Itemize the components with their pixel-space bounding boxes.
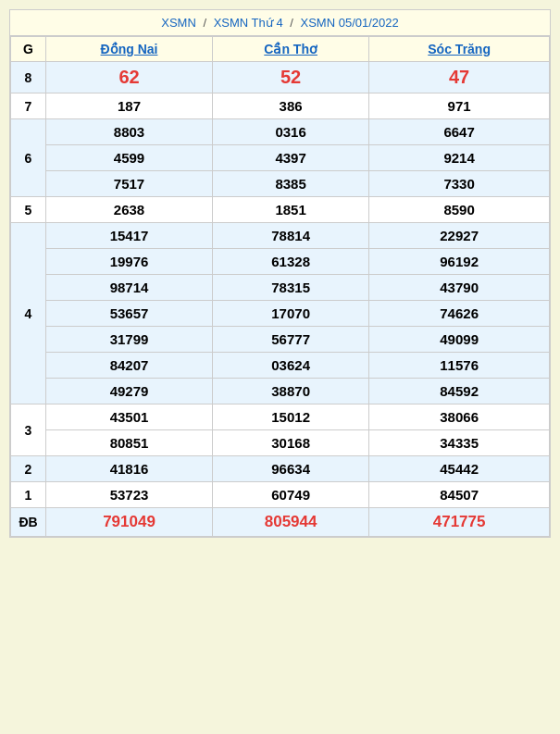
- prize-value: 8803: [46, 119, 213, 145]
- table-row: 199766132896192: [11, 249, 550, 275]
- prize-value: 9214: [369, 145, 550, 171]
- prize-value: 6647: [369, 119, 550, 145]
- prize-value: 78315: [213, 275, 369, 301]
- prize-value: 43501: [46, 404, 213, 430]
- prize-value: 31799: [46, 327, 213, 353]
- prize-value: 1851: [213, 197, 369, 223]
- prize-value: 52: [213, 62, 369, 93]
- prize-value: 805944: [213, 508, 369, 537]
- prize-label: 7: [11, 93, 46, 119]
- prize-value: 30168: [213, 430, 369, 456]
- table-row: 4154177881422927: [11, 223, 550, 249]
- prize-value: 4397: [213, 145, 369, 171]
- prize-value: 22927: [369, 223, 550, 249]
- prize-value: 84592: [369, 379, 550, 404]
- prize-label: 2: [11, 456, 46, 482]
- prize-value: 187: [46, 93, 213, 119]
- prize-value: 7330: [369, 171, 550, 197]
- prize-value: 41816: [46, 456, 213, 482]
- prize-value: 84207: [46, 353, 213, 379]
- prize-value: 386: [213, 93, 369, 119]
- lottery-table: G Đồng Nai Cần Thơ Sóc Trăng 86252477187…: [10, 36, 550, 537]
- table-row: ĐB791049805944471775: [11, 508, 550, 537]
- table-row: 6880303166647: [11, 119, 550, 145]
- prize-value: 8590: [369, 197, 550, 223]
- prize-value: 53723: [46, 482, 213, 508]
- prize-label: 8: [11, 62, 46, 93]
- table-row: 3435011501238066: [11, 404, 550, 430]
- prize-value: 98714: [46, 275, 213, 301]
- table-row: 808513016834335: [11, 430, 550, 456]
- prize-value: 60749: [213, 482, 369, 508]
- table-header-row: G Đồng Nai Cần Thơ Sóc Trăng: [11, 37, 550, 62]
- link-xsmn[interactable]: XSMN: [161, 16, 196, 30]
- col-soc-trang-header[interactable]: Sóc Trăng: [369, 37, 550, 62]
- sep2: /: [290, 16, 293, 30]
- prize-value: 15012: [213, 404, 369, 430]
- prize-label: 3: [11, 404, 46, 456]
- prize-value: 791049: [46, 508, 213, 537]
- prize-value: 49279: [46, 379, 213, 404]
- prize-value: 11576: [369, 353, 550, 379]
- prize-value: 62: [46, 62, 213, 93]
- table-row: 5263818518590: [11, 197, 550, 223]
- table-row: 536571707074626: [11, 301, 550, 327]
- prize-value: 38066: [369, 404, 550, 430]
- prize-value: 78814: [213, 223, 369, 249]
- prize-label: 1: [11, 482, 46, 508]
- col-can-tho-header[interactable]: Cần Thơ: [213, 37, 369, 62]
- breadcrumb-header: XSMN / XSMN Thứ 4 / XSMN 05/01/2022: [10, 10, 550, 36]
- table-row: 987147831543790: [11, 275, 550, 301]
- main-container: XSMN / XSMN Thứ 4 / XSMN 05/01/2022 G Đồ…: [9, 9, 551, 538]
- prize-value: 2638: [46, 197, 213, 223]
- prize-value: 84507: [369, 482, 550, 508]
- col-dong-nai-header[interactable]: Đồng Nai: [46, 37, 213, 62]
- link-xsmn-date[interactable]: XSMN 05/01/2022: [301, 16, 399, 30]
- prize-value: 53657: [46, 301, 213, 327]
- prize-value: 43790: [369, 275, 550, 301]
- prize-value: 8385: [213, 171, 369, 197]
- prize-value: 47: [369, 62, 550, 93]
- table-row: 8625247: [11, 62, 550, 93]
- prize-value: 34335: [369, 430, 550, 456]
- prize-value: 03624: [213, 353, 369, 379]
- table-row: 459943979214: [11, 145, 550, 171]
- table-row: 1537236074984507: [11, 482, 550, 508]
- col-g-header: G: [11, 37, 46, 62]
- prize-value: 471775: [369, 508, 550, 537]
- prize-label: 5: [11, 197, 46, 223]
- prize-value: 38870: [213, 379, 369, 404]
- prize-value: 19976: [46, 249, 213, 275]
- prize-value: 80851: [46, 430, 213, 456]
- prize-value: 56777: [213, 327, 369, 353]
- prize-label: 6: [11, 119, 46, 197]
- prize-value: 96192: [369, 249, 550, 275]
- prize-value: 971: [369, 93, 550, 119]
- table-row: 842070362411576: [11, 353, 550, 379]
- table-row: 2418169663445442: [11, 456, 550, 482]
- prize-value: 17070: [213, 301, 369, 327]
- prize-label: 4: [11, 223, 46, 404]
- prize-value: 96634: [213, 456, 369, 482]
- prize-value: 45442: [369, 456, 550, 482]
- prize-value: 74626: [369, 301, 550, 327]
- prize-label: ĐB: [11, 508, 46, 537]
- prize-value: 4599: [46, 145, 213, 171]
- table-row: 7187386971: [11, 93, 550, 119]
- link-xsmn-thu4[interactable]: XSMN Thứ 4: [214, 16, 283, 30]
- prize-value: 7517: [46, 171, 213, 197]
- prize-value: 49099: [369, 327, 550, 353]
- table-row: 492793887084592: [11, 379, 550, 404]
- table-row: 751783857330: [11, 171, 550, 197]
- table-row: 317995677749099: [11, 327, 550, 353]
- prize-value: 0316: [213, 119, 369, 145]
- sep1: /: [203, 16, 206, 30]
- prize-value: 61328: [213, 249, 369, 275]
- prize-value: 15417: [46, 223, 213, 249]
